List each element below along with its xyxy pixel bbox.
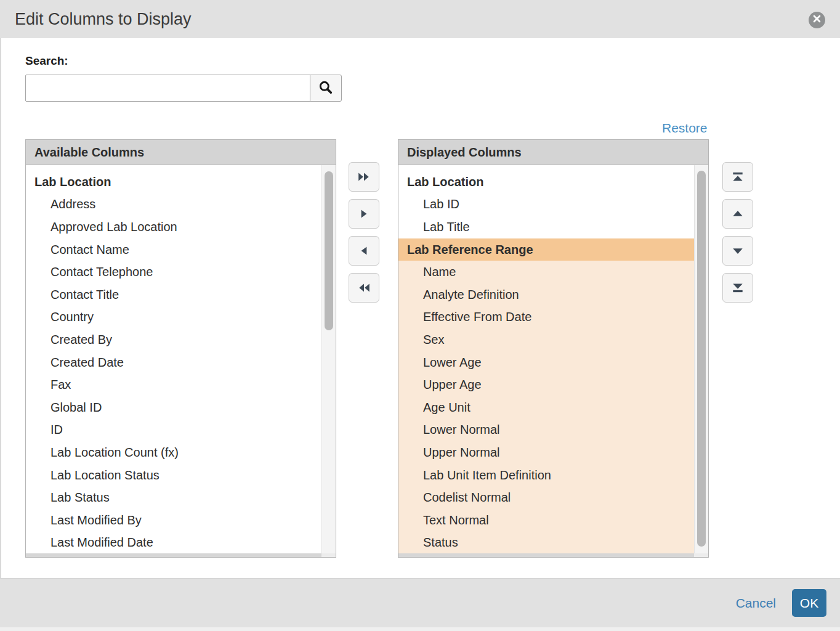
list-item[interactable]: Last Modified Date: [26, 532, 321, 554]
displayed-columns-panel: Displayed Columns Lab LocationLab IDLab …: [398, 139, 709, 558]
displayed-scrollbar-thumb[interactable]: [697, 171, 706, 547]
available-hscrollbar[interactable]: [26, 553, 321, 557]
displayed-list: Lab LocationLab IDLab TitleLab Reference…: [398, 165, 694, 553]
list-item[interactable]: Text Normal: [398, 509, 694, 532]
list-item[interactable]: Codelist Normal: [398, 486, 694, 509]
available-columns-panel: Available Columns Lab LocationAddressApp…: [25, 139, 336, 558]
list-item[interactable]: Lab Reference Range: [398, 238, 694, 261]
double-arrow-right-icon: [357, 170, 371, 184]
list-item[interactable]: Lab ID: [398, 193, 694, 216]
dialog-title: Edit Columns to Display: [15, 0, 192, 38]
available-scroll-corner: [321, 553, 336, 557]
list-item[interactable]: Lab Location: [26, 171, 321, 193]
list-item[interactable]: Contact Name: [26, 238, 321, 261]
list-item[interactable]: Lab Location Status: [26, 464, 321, 487]
list-item[interactable]: Created Date: [26, 351, 321, 374]
search-label: Search:: [25, 54, 68, 68]
available-list: Lab LocationAddressApproved Lab Location…: [26, 165, 321, 553]
list-item[interactable]: Lab Location: [398, 171, 694, 193]
list-item[interactable]: Sex: [398, 328, 694, 351]
search-input[interactable]: [25, 75, 310, 102]
move-to-bottom-icon: [731, 281, 745, 295]
displayed-hscrollbar[interactable]: [398, 553, 694, 557]
dialog-left-edge: [0, 38, 1, 631]
move-to-top-button[interactable]: [722, 162, 753, 192]
close-icon: [812, 14, 822, 26]
ok-button[interactable]: OK: [792, 589, 826, 617]
available-columns-body: Lab LocationAddressApproved Lab Location…: [26, 165, 336, 557]
list-item[interactable]: Upper Age: [398, 373, 694, 396]
list-item[interactable]: Lower Age: [398, 351, 694, 374]
displayed-columns-body: Lab LocationLab IDLab TitleLab Reference…: [398, 165, 708, 557]
move-all-left-button[interactable]: [349, 273, 379, 303]
search-icon: [318, 80, 333, 97]
list-item[interactable]: Global ID: [26, 396, 321, 419]
list-item[interactable]: Lab Status: [26, 486, 321, 509]
list-item[interactable]: Address: [26, 193, 321, 216]
search-button[interactable]: [310, 75, 342, 102]
list-item[interactable]: Analyte Definition: [398, 283, 694, 306]
list-item[interactable]: Lab Location Count (fx): [26, 441, 321, 464]
arrow-down-icon: [731, 244, 745, 258]
list-item[interactable]: Lab Title: [398, 216, 694, 238]
list-item[interactable]: Country: [26, 306, 321, 329]
list-item[interactable]: Effective From Date: [398, 306, 694, 329]
displayed-scroll-corner: [694, 553, 708, 557]
close-button[interactable]: [809, 12, 825, 28]
arrow-right-icon: [357, 207, 371, 221]
dialog-footer: Cancel OK: [0, 578, 840, 627]
displayed-scrollbar-track[interactable]: [694, 165, 708, 553]
list-item[interactable]: Contact Telephone: [26, 261, 321, 283]
list-item[interactable]: Lab Unit Item Definition: [398, 464, 694, 487]
list-item[interactable]: Status: [398, 532, 694, 554]
double-arrow-left-icon: [357, 281, 371, 295]
dialog-header: Edit Columns to Display: [0, 0, 840, 38]
restore-link[interactable]: Restore: [662, 121, 708, 136]
arrow-up-icon: [731, 207, 745, 221]
list-item[interactable]: Lower Normal: [398, 419, 694, 442]
list-item[interactable]: Approved Lab Location: [26, 216, 321, 238]
cancel-button[interactable]: Cancel: [736, 596, 776, 611]
move-right-button[interactable]: [349, 199, 379, 229]
arrow-left-icon: [357, 244, 371, 258]
list-item[interactable]: ID: [26, 419, 321, 442]
list-item[interactable]: Last Modified By: [26, 509, 321, 532]
list-item[interactable]: Contact Title: [26, 283, 321, 306]
list-item[interactable]: Fax: [26, 373, 321, 396]
move-to-bottom-button[interactable]: [722, 273, 753, 303]
move-all-right-button[interactable]: [349, 162, 379, 192]
available-scrollbar-thumb[interactable]: [325, 171, 333, 330]
list-item[interactable]: Name: [398, 261, 694, 283]
move-up-button[interactable]: [722, 199, 753, 229]
move-down-button[interactable]: [722, 236, 753, 266]
available-scrollbar-track[interactable]: [321, 165, 336, 553]
move-to-top-icon: [731, 170, 745, 184]
list-item[interactable]: Upper Normal: [398, 441, 694, 464]
list-item[interactable]: Created By: [26, 328, 321, 351]
displayed-columns-title: Displayed Columns: [398, 140, 708, 165]
available-columns-title: Available Columns: [26, 140, 336, 165]
dialog-bottom-strip: [0, 627, 840, 631]
move-left-button[interactable]: [349, 236, 379, 266]
list-item[interactable]: Age Unit: [398, 396, 694, 419]
